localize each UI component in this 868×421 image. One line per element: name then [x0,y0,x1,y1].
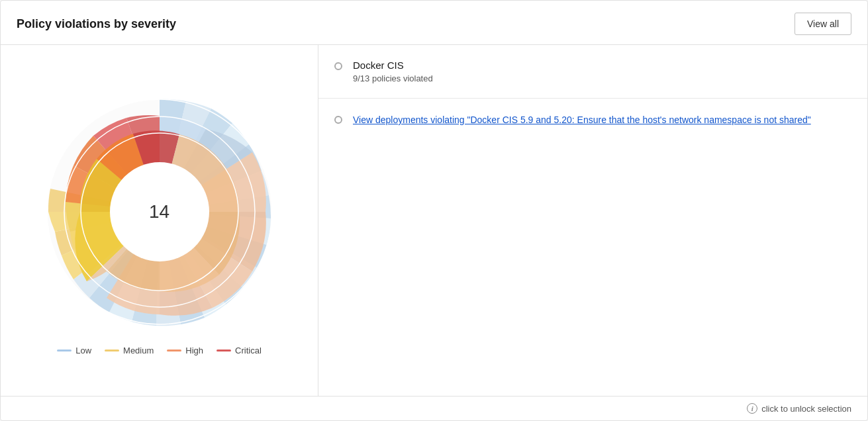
legend-line-high [167,350,181,351]
chart-center-value: 14 [130,182,189,242]
dot-indicator-1 [334,62,342,70]
policy-link[interactable]: View deployments violating "Docker CIS 5… [353,113,811,127]
legend-label-medium: Medium [123,346,154,355]
legend-item-high: High [167,346,203,355]
right-panel: Docker CIS 9/13 policies violated View d… [318,45,867,396]
chart-area: 14 Low Medium High Critical [1,45,318,396]
policy-row-1: Docker CIS 9/13 policies violated [318,45,867,99]
policy-name: Docker CIS [353,60,433,71]
chart-legend: Low Medium High Critical [57,346,262,355]
legend-item-critical: Critical [217,346,262,355]
legend-label-low: Low [75,346,91,355]
legend-item-medium: Medium [105,346,154,355]
card-footer: i click to unlock selection [1,396,867,420]
policy-sub: 9/13 policies violated [353,73,433,83]
footer-label: click to unlock selection [761,404,851,414]
legend-label-high: High [185,346,203,355]
legend-label-critical: Critical [235,346,262,355]
policy-content-2: View deployments violating "Docker CIS 5… [353,113,811,127]
card-header: Policy violations by severity View all [1,1,867,45]
legend-line-critical [217,350,231,351]
dot-indicator-2 [334,116,342,124]
policy-content-1: Docker CIS 9/13 policies violated [353,60,433,83]
card-body: 14 Low Medium High Critical [1,45,867,396]
card-title: Policy violations by severity [17,17,176,31]
legend-line-medium [105,350,119,351]
policy-row-2: View deployments violating "Docker CIS 5… [318,99,867,396]
chart-container: 14 [34,86,285,338]
policy-violations-card: Policy violations by severity View all [0,0,868,421]
view-all-button[interactable]: View all [795,13,851,35]
legend-item-low: Low [57,346,91,355]
info-icon: i [747,403,757,414]
legend-line-low [57,350,72,351]
